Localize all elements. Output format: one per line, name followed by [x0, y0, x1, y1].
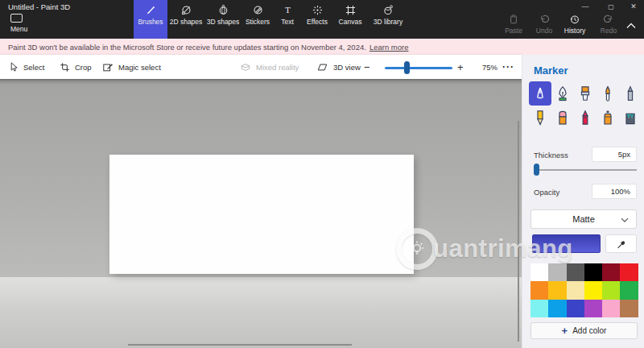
palette-color-swatch[interactable]	[548, 300, 566, 317]
zoom-slider-track[interactable]	[385, 67, 452, 69]
brush-calligraphy-pen[interactable]	[551, 81, 574, 106]
title-and-ribbon-bar: Untitled - Paint 3D — ▢ ✕ Menu Brushes 2…	[0, 0, 644, 39]
close-button[interactable]: ✕	[623, 0, 644, 13]
brush-marker[interactable]	[529, 81, 551, 106]
notice-message: Paint 3D won't be available in the Micro…	[8, 43, 366, 52]
palette-color-swatch[interactable]	[620, 263, 638, 281]
brush-spray-can[interactable]	[597, 106, 619, 130]
finish-dropdown[interactable]: Matte	[530, 209, 637, 229]
zoom-out-button[interactable]: −	[364, 55, 370, 79]
menu-label: Menu	[10, 25, 27, 33]
thickness-slider-thumb[interactable]	[534, 164, 539, 176]
tab-canvas[interactable]: Canvas	[333, 0, 367, 39]
tab-text[interactable]: T Text	[274, 0, 301, 39]
add-color-button[interactable]: + Add color	[530, 322, 638, 339]
2d-shapes-icon	[180, 4, 192, 16]
zoom-in-button[interactable]: +	[457, 55, 464, 79]
mixed-reality-label: Mixed reality	[256, 63, 299, 72]
minimize-icon: —	[582, 2, 589, 10]
undo-label: Undo	[536, 27, 552, 35]
3d-view-icon	[316, 62, 328, 72]
canvas-icon	[345, 4, 357, 16]
palette-color-swatch[interactable]	[567, 263, 584, 281]
brush-eraser[interactable]	[551, 106, 574, 130]
brush-pencil[interactable]	[529, 106, 551, 130]
palette-color-swatch[interactable]	[530, 263, 548, 281]
menu-button[interactable]: Menu	[6, 14, 39, 36]
finish-value: Matte	[572, 214, 595, 224]
effects-icon	[312, 4, 324, 16]
redo-button[interactable]: Redo	[593, 14, 624, 36]
maximize-icon: ▢	[608, 3, 614, 10]
zoom-slider-thumb[interactable]	[404, 61, 410, 74]
more-options-button[interactable]: ···	[502, 55, 514, 79]
chevron-down-icon	[621, 218, 629, 223]
brush-grid	[529, 81, 642, 130]
brush-crayon[interactable]	[574, 106, 597, 130]
select-tool-button[interactable]: Select	[8, 55, 44, 79]
palette-color-swatch[interactable]	[620, 300, 638, 317]
menu-icon	[10, 14, 23, 23]
tab-effects[interactable]: Effects	[301, 0, 333, 39]
palette-color-swatch[interactable]	[602, 263, 620, 281]
text-icon: T	[282, 4, 294, 16]
history-icon	[569, 14, 580, 25]
horizontal-scrollbar[interactable]	[128, 344, 352, 346]
crop-icon	[60, 62, 70, 72]
palette-color-swatch[interactable]	[548, 281, 566, 299]
maximize-button[interactable]: ▢	[601, 0, 621, 13]
drawing-canvas[interactable]	[109, 155, 414, 274]
eraser-icon	[554, 109, 572, 126]
tab-label: Text	[281, 18, 294, 26]
tab-stickers[interactable]: Stickers	[242, 0, 274, 39]
palette-color-swatch[interactable]	[567, 300, 584, 317]
tab-3d-library[interactable]: 3D library	[367, 0, 409, 39]
opacity-label: Opacity	[534, 188, 559, 197]
workspace-floor	[0, 277, 522, 348]
mixed-reality-icon	[240, 62, 251, 72]
tab-2d-shapes[interactable]: 2D shapes	[167, 0, 204, 39]
palette-color-swatch[interactable]	[584, 281, 602, 299]
crop-tool-button[interactable]: Crop	[60, 55, 92, 79]
brush-fill-bucket[interactable]	[619, 106, 642, 130]
palette-color-swatch[interactable]	[602, 281, 620, 299]
undo-button[interactable]: Undo	[529, 14, 559, 36]
thickness-input[interactable]: 5px	[592, 147, 637, 162]
palette-color-swatch[interactable]	[567, 281, 584, 299]
collapse-ribbon-button[interactable]	[625, 19, 639, 31]
zoom-level-value[interactable]: 75%	[482, 55, 497, 79]
eyedropper-button[interactable]	[605, 234, 637, 253]
redo-label: Redo	[601, 27, 617, 35]
vertical-scrollbar[interactable]	[518, 121, 519, 342]
brush-flat-brush[interactable]	[574, 81, 597, 106]
current-color-swatch[interactable]	[532, 234, 601, 253]
brush-oil-brush[interactable]	[597, 81, 619, 106]
tab-3d-shapes[interactable]: 3D shapes	[204, 0, 242, 39]
brush-pixel-pen[interactable]	[619, 81, 642, 106]
palette-color-swatch[interactable]	[584, 300, 602, 317]
thickness-label: Thickness	[534, 151, 568, 160]
pencil-icon	[531, 109, 549, 126]
ribbon-tabs: Brushes 2D shapes 3D shapes Stickers T T…	[134, 0, 409, 39]
mixed-reality-button[interactable]: Mixed reality	[240, 55, 299, 79]
palette-color-swatch[interactable]	[548, 263, 566, 281]
add-color-label: Add color	[572, 326, 606, 335]
palette-color-swatch[interactable]	[602, 300, 620, 317]
minus-icon: −	[364, 61, 370, 73]
tab-brushes[interactable]: Brushes	[134, 0, 167, 39]
palette-color-swatch[interactable]	[530, 300, 548, 317]
minimize-button[interactable]: —	[575, 0, 596, 13]
calligraphy-pen-icon	[554, 85, 572, 102]
opacity-input[interactable]: 100%	[592, 184, 637, 199]
3d-view-button[interactable]: 3D view	[316, 55, 361, 79]
learn-more-link[interactable]: Learn more	[369, 43, 409, 52]
palette-color-swatch[interactable]	[530, 281, 548, 299]
thickness-slider-track[interactable]	[534, 169, 637, 171]
palette-color-swatch[interactable]	[584, 263, 602, 281]
palette-color-swatch[interactable]	[620, 281, 638, 299]
3d-view-label: 3D view	[333, 63, 361, 72]
history-button[interactable]: History	[559, 14, 590, 36]
magic-select-button[interactable]: Magic select	[102, 55, 161, 79]
paste-button[interactable]: Paste	[498, 14, 529, 36]
redo-icon	[603, 14, 614, 25]
